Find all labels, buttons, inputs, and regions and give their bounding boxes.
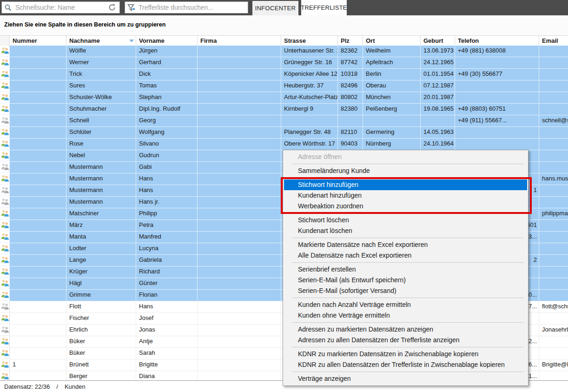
contact-icon-color	[0, 80, 10, 92]
cell-nummer	[10, 243, 66, 255]
cell-firma	[198, 197, 281, 208]
menu-item-kdnr-zu-allen-datensaetzen-der-trefferliste-in-zwischenablage-kopieren[interactable]: KDNR zu allen Datensätzen der Trefferlis…	[284, 359, 527, 370]
filter-search-box[interactable]	[125, 1, 248, 13]
cell-nummer	[10, 348, 66, 359]
table-row[interactable]: SchlüterWolfgangPlanegger Str. 4882110Ge…	[0, 127, 568, 139]
cell-vorname: Tomas	[136, 80, 198, 92]
contact-icon-color	[0, 220, 10, 231]
contact-icon-color	[0, 150, 10, 161]
cell-firma	[198, 104, 281, 115]
cell-nummer	[10, 115, 66, 127]
table-row[interactable]: SuresTomasHeubergstr. 3782496Oberau07.12…	[0, 80, 568, 92]
menu-item-adresse-oeffnen: Adresse öffnen	[284, 152, 527, 162]
refresh-icon[interactable]	[107, 2, 117, 13]
menu-item-serien-e-mail-sofortiger-versand[interactable]: Serien-E-Mail (sofortiger Versand)	[284, 286, 527, 296]
cell-nachname: Hägl	[66, 278, 136, 290]
table-row[interactable]: Schuster-WölkeStephanArtur-Kutscher-Plat…	[0, 92, 568, 104]
cell-nummer	[10, 173, 66, 185]
cell-firma	[198, 139, 281, 150]
cell-firma	[198, 243, 281, 255]
menu-item-markierte-datensaetze-nach-excel-exportieren[interactable]: Markierte Datensätze nach Excel exportie…	[284, 239, 527, 250]
menu-item-adressen-zu-allen-datensaetzen-der-trefferliste-anzeigen[interactable]: Adressen zu allen Datensätzen der Treffe…	[284, 335, 527, 345]
cell-nachname: Büker	[66, 348, 136, 359]
contact-icon-color	[0, 371, 10, 380]
table-row[interactable]: SchnellGeorg+49 (911) 55667...schnell@sc	[0, 115, 568, 127]
cell-ort: Oberau	[363, 80, 421, 92]
contact-icon-color	[0, 127, 10, 138]
cell-email	[539, 46, 568, 57]
menu-item-kunden-nach-anzahl-vertraege-ermitteln[interactable]: Kunden nach Anzahl Verträge ermitteln	[284, 299, 527, 310]
cell-vorname: Brigitte	[136, 359, 198, 371]
menu-item-adressen-zu-markierten-datensaetzen-anzeigen[interactable]: Adressen zu markierten Datensätzen anzei…	[284, 324, 527, 335]
cell-nummer	[10, 313, 66, 325]
table-row[interactable]: SchuhmacherDipl.Ing. RudolfKirnbergl 982…	[0, 104, 568, 115]
cell-vorname: Georg	[136, 115, 198, 127]
cell-email: schnell@sc	[539, 115, 568, 127]
cell-nachname: Berger	[66, 371, 136, 380]
cell-email	[539, 290, 568, 301]
table-row[interactable]: WernerGerhardGrünegger Str. 1687742Apfel…	[0, 57, 568, 69]
menu-item-stichwort-hinzufuegen[interactable]: Stichwort hinzufügen	[284, 179, 527, 190]
cell-email	[539, 255, 568, 266]
cell-ort: Peißenberg	[363, 104, 421, 115]
contact-icon-color	[0, 290, 10, 301]
cell-vorname: Lucyna	[136, 243, 198, 255]
cell-nachname: Trick	[66, 69, 136, 80]
contact-icon-gray	[0, 115, 10, 126]
status-separator: /	[56, 383, 58, 390]
contact-icon-gray	[0, 162, 10, 173]
cell-email: Jonasehrlic	[539, 325, 568, 336]
menu-item-stichwort-loeschen[interactable]: Stichwort löschen	[284, 215, 527, 226]
cell-ort	[363, 115, 421, 127]
cell-geburt: 20.01.1987	[421, 92, 455, 104]
table-row[interactable]: RoseSilvanoObere Wörthstr. 1790403Nürnbe…	[0, 139, 568, 150]
menu-item-kundenart-hinzufuegen[interactable]: Kundenart hinzufügen	[284, 190, 527, 201]
cell-nachname: Ehrlich	[66, 325, 136, 336]
tab-trefferliste[interactable]: TREFFERLISTE	[301, 0, 347, 15]
menu-item-kundenart-loeschen[interactable]: Kundenart löschen	[284, 226, 527, 236]
menu-separator	[291, 298, 524, 298]
cell-firma	[198, 115, 281, 127]
cell-nachname: Mustermann	[66, 162, 136, 173]
cell-firma	[198, 336, 281, 348]
quick-search-input[interactable]	[14, 3, 105, 12]
menu-item-kdnr-zu-markierten-datensaetzen-in-zwischenablage-kopieren[interactable]: KDNR zu markierten Datensätzen in Zwisch…	[284, 349, 527, 359]
menu-item-serienbrief-erstellen[interactable]: Serienbrief erstellen	[284, 264, 527, 275]
contact-icon-color	[0, 232, 10, 243]
menu-item-werbeaktion-zuordnen[interactable]: Werbeaktion zuordnen	[284, 201, 527, 212]
cell-nummer	[10, 325, 66, 336]
cell-plz: 82362	[338, 46, 363, 57]
menu-item-serien-e-mail-als-entwurf-speichern[interactable]: Serien-E-Mail (als Entwurf speichern)	[284, 275, 527, 286]
cell-nachname: Schnell	[66, 115, 136, 127]
cell-vorname: Wolfgang	[136, 127, 198, 139]
cell-plz: 90403	[338, 139, 363, 150]
quick-search-box[interactable]	[1, 1, 120, 13]
menu-item-sammelaenderung-kunde[interactable]: Sammeländerung Kunde	[284, 166, 527, 176]
contact-icon-color	[0, 266, 10, 278]
cell-geburt	[421, 115, 455, 127]
cell-strasse: Artur-Kutscher-Platz 2a	[281, 92, 338, 104]
cell-email	[539, 127, 568, 139]
table-row[interactable]: WölfleJürgenUnterhausener Str. 1782362We…	[0, 46, 568, 57]
cell-nummer	[10, 290, 66, 301]
tab-infocenter[interactable]: INFOCENTER	[252, 1, 298, 15]
cell-firma	[198, 232, 281, 243]
contact-icon-color	[0, 313, 10, 324]
cell-vorname: Josef	[136, 313, 198, 325]
filter-search-input[interactable]	[138, 3, 245, 12]
menu-item-kunden-ohne-vertraege-ermitteln[interactable]: Kunden ohne Verträge ermitteln	[284, 310, 527, 321]
menu-item-vertraege-anzeigen[interactable]: Verträge anzeigen	[284, 373, 527, 384]
menu-separator	[291, 164, 524, 164]
menu-item-alle-datensaetze-nach-excel-exportieren[interactable]: Alle Datensätze nach Excel exportieren	[284, 250, 527, 261]
cell-telefon: +49 (881) 638008	[455, 46, 539, 57]
table-row[interactable]: TrickDickKöpenicker Allee 1210318Berlin0…	[0, 69, 568, 80]
cell-firma	[198, 150, 281, 162]
cell-vorname: Jürgen	[136, 46, 198, 57]
contact-icon-gray	[0, 325, 10, 336]
cell-email	[539, 57, 568, 69]
group-by-area[interactable]: Ziehen Sie eine Spalte in diesen Bereich…	[0, 15, 568, 35]
cell-vorname: Gabi	[136, 162, 198, 173]
cell-nummer	[10, 197, 66, 208]
cell-vorname: Philipp	[136, 208, 198, 220]
cell-email	[539, 371, 568, 380]
